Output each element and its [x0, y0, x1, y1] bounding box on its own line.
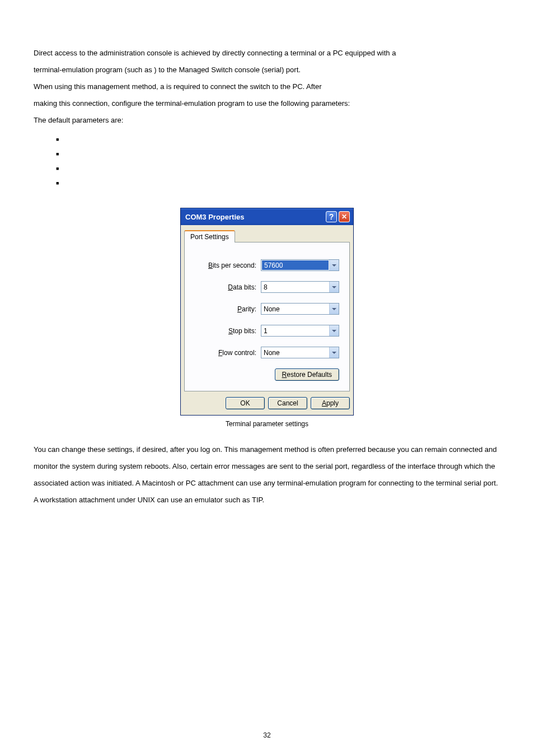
- com-properties-dialog: COM3 Properties ? ✕ Port Settings Bits p…: [180, 208, 354, 416]
- intro-line2a: terminal-emulation program (such as: [34, 66, 154, 74]
- dialog-wrapper: COM3 Properties ? ✕ Port Settings Bits p…: [34, 208, 500, 416]
- tab-area: Port Settings Bits per second: 57600 Dat…: [181, 225, 353, 397]
- ok-button[interactable]: OK: [226, 397, 265, 409]
- combo-databits-value: 8: [261, 282, 329, 292]
- tab-port-settings[interactable]: Port Settings: [184, 230, 235, 242]
- dropdown-icon[interactable]: [329, 347, 339, 358]
- apply-button[interactable]: Apply: [311, 397, 350, 409]
- params-list: [56, 133, 500, 191]
- figure-caption: Terminal parameter settings: [34, 420, 500, 428]
- intro-line4: making this connection, configure the te…: [34, 99, 350, 108]
- cancel-button[interactable]: Cancel: [268, 397, 307, 409]
- field-stopbits: Stop bits: 1: [195, 325, 339, 337]
- titlebar-buttons: ? ✕: [326, 211, 350, 222]
- intro-paragraph: Direct access to the administration cons…: [34, 45, 500, 128]
- combo-flow[interactable]: None: [261, 347, 339, 358]
- label-flow: Flow control:: [218, 349, 256, 357]
- param-item-4: [56, 176, 500, 191]
- combo-stopbits-value: 1: [261, 325, 329, 336]
- field-databits: Data bits: 8: [195, 281, 339, 293]
- dialog-buttons: OK Cancel Apply: [181, 397, 353, 415]
- intro-line5: The default parameters are:: [34, 116, 123, 124]
- intro-line3a: When using this management method, a: [34, 82, 166, 91]
- titlebar: COM3 Properties ? ✕: [181, 208, 353, 225]
- combo-stopbits[interactable]: 1: [261, 325, 339, 337]
- combo-databits[interactable]: 8: [261, 281, 339, 293]
- restore-row: Restore Defaults: [195, 368, 339, 381]
- page-number: 32: [0, 731, 534, 739]
- tab-content: Bits per second: 57600 Data bits: 8 Pari…: [184, 242, 350, 391]
- dropdown-icon[interactable]: [329, 325, 339, 336]
- help-button[interactable]: ?: [326, 211, 337, 222]
- combo-bps-value: 57600: [262, 260, 329, 270]
- intro-line3b: is required to connect the switch to the…: [166, 82, 321, 91]
- combo-bps[interactable]: 57600: [261, 259, 339, 271]
- field-flow: Flow control: None: [195, 347, 339, 358]
- label-stopbits: Stop bits:: [228, 327, 256, 335]
- intro-line1: Direct access to the administration cons…: [34, 49, 396, 57]
- dropdown-icon[interactable]: [329, 260, 339, 270]
- combo-parity[interactable]: None: [261, 303, 339, 315]
- combo-flow-value: None: [261, 347, 329, 358]
- close-button[interactable]: ✕: [339, 211, 350, 222]
- field-bps: Bits per second: 57600: [195, 259, 339, 271]
- dropdown-icon[interactable]: [329, 304, 339, 314]
- restore-defaults-button[interactable]: Restore Defaults: [275, 368, 339, 381]
- label-databits: Data bits:: [228, 283, 256, 291]
- tab-strip: Port Settings: [184, 230, 350, 242]
- param-item-2: [56, 147, 500, 162]
- param-item-1: [56, 133, 500, 147]
- label-bps: Bits per second:: [208, 262, 256, 269]
- dropdown-icon[interactable]: [329, 282, 339, 292]
- field-parity: Parity: None: [195, 303, 339, 315]
- dialog-title: COM3 Properties: [185, 213, 244, 221]
- label-parity: Parity:: [237, 305, 256, 313]
- closing-paragraph: You can change these settings, if desire…: [34, 441, 500, 508]
- combo-parity-value: None: [261, 304, 329, 314]
- intro-line2b: ) to the Managed Switch console (serial)…: [154, 66, 301, 74]
- param-item-3: [56, 162, 500, 176]
